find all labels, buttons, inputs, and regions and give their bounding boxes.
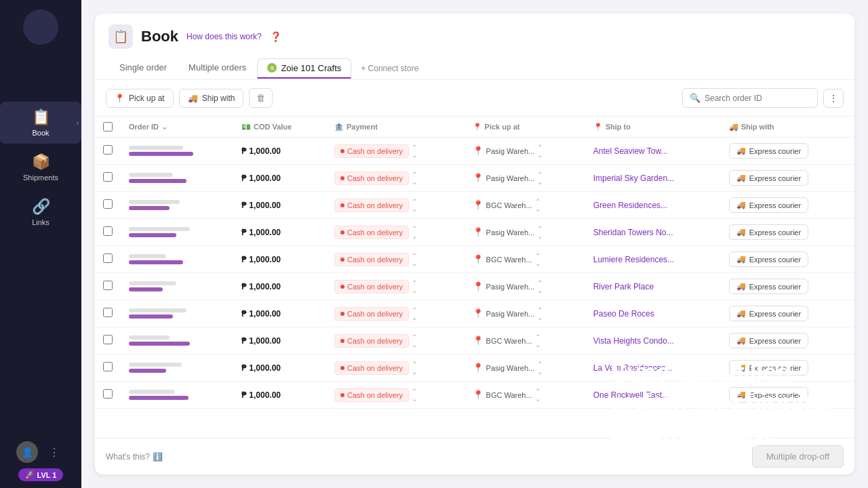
ship-to-header: Ship to xyxy=(606,123,631,131)
row-checkbox-9[interactable] xyxy=(103,389,113,399)
cod-value: ₱ 1,000.00 xyxy=(241,363,281,373)
express-icon: 🚚 xyxy=(736,309,746,318)
tab-zoie-crafts[interactable]: S Zoie 101 Crafts xyxy=(257,58,351,79)
panel-title: Book xyxy=(141,28,178,45)
order-id-cell xyxy=(129,363,225,373)
payment-badge: Cash on delivery xyxy=(334,307,409,321)
pickup-location-label[interactable]: Pasig Wareh... xyxy=(486,283,535,291)
sort-icon[interactable]: ⌄ xyxy=(161,123,167,131)
delete-button[interactable]: 🗑 xyxy=(249,88,273,108)
payment-badge: Cash on delivery xyxy=(334,171,409,185)
express-courier-button[interactable]: 🚚 Express courier xyxy=(729,197,808,213)
order-id-cell xyxy=(129,308,225,319)
tab-multiple-orders[interactable]: Multiple orders xyxy=(178,57,257,79)
pickup-chevron[interactable]: ⌃⌄ xyxy=(535,388,540,403)
payment-dot xyxy=(340,149,344,153)
express-courier-button[interactable]: 🚚 Express courier xyxy=(729,251,808,267)
express-courier-button[interactable]: 🚚 Express courier xyxy=(729,360,808,375)
search-input[interactable] xyxy=(705,94,810,103)
connect-store-tab[interactable]: + Connect store xyxy=(351,60,428,77)
book-icon: 📋 xyxy=(32,108,50,126)
avatar[interactable]: 👤 xyxy=(16,441,38,463)
more-options[interactable]: ⋮ xyxy=(43,441,65,463)
cod-value: ₱ 1,000.00 xyxy=(241,309,281,319)
payment-dot xyxy=(340,285,344,289)
sidebar-item-links[interactable]: 🔗 Links xyxy=(0,191,81,233)
payment-chevron[interactable]: ⌃⌄ xyxy=(412,144,417,159)
pickup-chevron[interactable]: ⌃⌄ xyxy=(537,361,542,375)
pickup-location-label[interactable]: BGC Wareh... xyxy=(486,337,532,345)
sidebar-item-shipments[interactable]: 📦 Shipments xyxy=(0,146,81,188)
payment-chevron[interactable]: ⌃⌄ xyxy=(412,225,417,240)
filter-button[interactable]: ⋮ xyxy=(823,89,844,108)
payment-dot xyxy=(340,258,344,262)
cod-value: ₱ 1,000.00 xyxy=(241,282,281,291)
express-courier-button[interactable]: 🚚 Express courier xyxy=(729,170,808,186)
multiple-drop-off-button[interactable]: Multiple drop-off xyxy=(752,445,844,468)
expand-icon: › xyxy=(77,119,79,127)
pickup-chevron[interactable]: ⌃⌄ xyxy=(535,198,540,213)
pickup-location-label[interactable]: BGC Wareh... xyxy=(486,391,532,399)
row-checkbox-1[interactable] xyxy=(103,172,113,182)
pickup-chevron[interactable]: ⌃⌄ xyxy=(537,144,542,159)
sidebar-item-book[interactable]: 📋 Book › xyxy=(0,102,81,144)
order-id-bar1 xyxy=(129,254,166,258)
order-id-cell xyxy=(129,173,225,183)
payment-label: Cash on delivery xyxy=(347,256,403,264)
payment-chevron[interactable]: ⌃⌄ xyxy=(412,198,417,213)
row-checkbox-7[interactable] xyxy=(103,335,113,344)
order-id-cell xyxy=(129,390,225,400)
table-row: ₱ 1,000.00 Cash on delivery ⌃⌄ 📍 BGC War… xyxy=(95,246,854,273)
row-checkbox-4[interactable] xyxy=(103,253,113,263)
how-does-this-work-link[interactable]: How does this work? xyxy=(186,32,262,41)
pickup-at-button[interactable]: 📍 Pick up at xyxy=(106,89,174,108)
pickup-chevron[interactable]: ⌃⌄ xyxy=(535,252,540,267)
payment-chevron[interactable]: ⌃⌄ xyxy=(412,333,417,348)
select-all-checkbox[interactable] xyxy=(103,122,113,131)
order-id-bar1 xyxy=(129,227,190,231)
row-checkbox-5[interactable] xyxy=(103,281,113,290)
row-checkbox-2[interactable] xyxy=(103,199,113,209)
payment-chevron[interactable]: ⌃⌄ xyxy=(412,252,417,267)
row-checkbox-3[interactable] xyxy=(103,226,113,236)
pickup-chevron[interactable]: ⌃⌄ xyxy=(537,171,542,186)
payment-badge: Cash on delivery xyxy=(334,361,409,375)
row-checkbox-6[interactable] xyxy=(103,308,113,317)
pickup-location-label[interactable]: Pasig Wareh... xyxy=(486,364,535,372)
express-courier-button[interactable]: 🚚 Express courier xyxy=(729,333,808,348)
level-text: LVL 1 xyxy=(37,471,57,479)
payment-chevron[interactable]: ⌃⌄ xyxy=(412,171,417,186)
express-courier-button[interactable]: 🚚 Express courier xyxy=(729,143,808,159)
express-courier-button[interactable]: 🚚 Express courier xyxy=(729,224,808,240)
pickup-location-label[interactable]: Pasig Wareh... xyxy=(486,174,535,182)
row-checkbox-0[interactable] xyxy=(103,145,113,155)
tab-single-order[interactable]: Single order xyxy=(108,57,178,79)
payment-chevron[interactable]: ⌃⌄ xyxy=(412,279,417,294)
pickup-chevron[interactable]: ⌃⌄ xyxy=(537,306,542,321)
cod-value: ₱ 1,000.00 xyxy=(241,336,281,346)
pickup-location-label[interactable]: Pasig Wareh... xyxy=(486,228,535,237)
express-courier-button[interactable]: 🚚 Express courier xyxy=(729,306,808,321)
app-panel: 📋 Book How does this work? ❓ Single orde… xyxy=(95,14,854,474)
payment-badge: Cash on delivery xyxy=(334,226,409,239)
payment-chevron[interactable]: ⌃⌄ xyxy=(412,306,417,321)
pickup-location-label[interactable]: Pasig Wareh... xyxy=(486,310,535,318)
pickup-chevron[interactable]: ⌃⌄ xyxy=(537,279,542,294)
whats-this[interactable]: What's this? ℹ️ xyxy=(106,452,163,462)
row-checkbox-8[interactable] xyxy=(103,362,113,371)
pickup-location-label[interactable]: BGC Wareh... xyxy=(486,256,532,264)
pickup-location-icon: 📍 xyxy=(473,200,484,210)
pickup-location-label[interactable]: BGC Wareh... xyxy=(486,201,532,209)
express-icon: 🚚 xyxy=(736,363,746,372)
order-id-header: Order ID xyxy=(129,123,159,131)
pickup-chevron[interactable]: ⌃⌄ xyxy=(535,333,540,348)
express-courier-button[interactable]: 🚚 Express courier xyxy=(729,387,808,403)
express-courier-button[interactable]: 🚚 Express courier xyxy=(729,279,808,294)
pickup-chevron[interactable]: ⌃⌄ xyxy=(537,225,542,240)
ship-with-button[interactable]: 🚚 Ship with xyxy=(179,89,244,108)
cod-value: ₱ 1,000.00 xyxy=(241,174,281,183)
pickup-location-label[interactable]: Pasig Wareh... xyxy=(486,147,535,155)
payment-chevron[interactable]: ⌃⌄ xyxy=(412,388,417,403)
payment-badge: Cash on delivery xyxy=(334,388,409,402)
payment-chevron[interactable]: ⌃⌄ xyxy=(412,361,417,375)
